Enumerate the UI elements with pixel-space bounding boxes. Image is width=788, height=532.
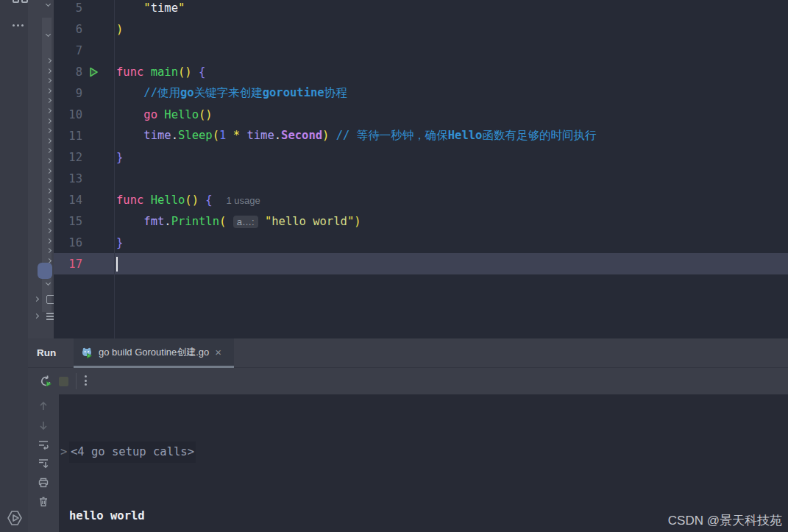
gopher-run-icon (81, 347, 93, 358)
scroll-to-end-icon[interactable] (38, 458, 49, 469)
line-number: 12 (54, 151, 82, 164)
run-tab[interactable]: go build Goroutine创建.go × (74, 338, 234, 368)
code-text: ) (116, 23, 788, 36)
goland-window: 5 "time"6)78func main() {9 //使用go关键字来创建g… (0, 0, 788, 532)
down-icon[interactable] (38, 419, 49, 431)
editor-line[interactable]: 6) (54, 18, 788, 40)
more-options-icon[interactable] (85, 375, 87, 386)
code-text (116, 257, 788, 272)
chevron-right-icon[interactable] (34, 297, 39, 302)
editor-rows: 5 "time"6)78func main() {9 //使用go关键字来创建g… (54, 0, 788, 274)
gutter-separator (114, 0, 115, 338)
console-fold-row[interactable]: > <4 go setup calls> (59, 441, 788, 463)
up-icon[interactable] (38, 400, 49, 412)
soft-wrap-icon[interactable] (38, 439, 49, 450)
rerun-icon[interactable] (39, 375, 54, 389)
close-icon[interactable]: × (215, 347, 221, 358)
clear-icon[interactable] (38, 496, 49, 508)
grid-icon[interactable] (13, 0, 28, 3)
line-number: 7 (54, 44, 82, 57)
watermark: CSDN @景天科技苑 (668, 512, 782, 529)
run-toolbar (28, 369, 788, 394)
code-text: go Hello() (116, 108, 788, 121)
text-caret (116, 257, 118, 272)
more-icon[interactable] (13, 24, 24, 26)
tree-item[interactable] (28, 311, 54, 322)
expand-icon[interactable]: > (60, 441, 69, 463)
line-number: 13 (54, 172, 82, 185)
console-icon-bar (28, 394, 59, 532)
stop-icon[interactable] (59, 377, 68, 386)
code-text: } (116, 236, 788, 249)
editor-line[interactable]: 7 (54, 40, 788, 61)
run-gutter-icon[interactable] (82, 67, 116, 77)
chevron-right-icon[interactable] (34, 313, 39, 319)
line-number: 16 (54, 236, 82, 249)
editor-line[interactable]: 17 (54, 253, 788, 274)
code-text: func Hello() { 1 usage (116, 194, 788, 207)
code-text: func main() { (116, 65, 788, 79)
line-number: 9 (54, 87, 82, 100)
run-window-icon[interactable] (6, 509, 24, 527)
editor-line[interactable]: 9 //使用go关键字来创建goroutine协程 (54, 82, 788, 104)
run-tool-window: Run go build Goroutine创建.go × (28, 338, 788, 532)
code-text: "time" (116, 1, 788, 15)
line-number: 11 (54, 130, 82, 143)
fold-chevron-icon (46, 1, 51, 7)
editor-line[interactable]: 13 (54, 168, 788, 189)
project-scrollbar-thumb[interactable] (38, 263, 52, 279)
code-text: //使用go关键字来创建goroutine协程 (116, 85, 788, 101)
editor-line[interactable]: 11 time.Sleep(1 * time.Second) // 等待一秒钟，… (54, 125, 788, 146)
activity-bar (0, 0, 28, 532)
folded-output[interactable]: <4 go setup calls> (69, 441, 196, 463)
run-tab-label: go build Goroutine创建.go (99, 346, 209, 359)
line-number: 8 (54, 65, 82, 79)
list-icon (46, 313, 54, 322)
line-number: 17 (54, 258, 82, 271)
console-output[interactable]: > <4 go setup calls> hello world Process… (59, 394, 788, 532)
project-panel-strip[interactable] (28, 0, 54, 338)
code-text: time.Sleep(1 * time.Second) // 等待一秒钟，确保H… (116, 128, 788, 143)
editor-line[interactable]: 5 "time" (54, 0, 788, 18)
line-number: 15 (54, 215, 82, 228)
code-text: fmt.Println( a…: "hello world") (116, 215, 788, 228)
line-number: 5 (54, 1, 82, 15)
print-icon[interactable] (38, 477, 49, 489)
toolbar-separator (76, 373, 77, 389)
editor-line[interactable]: 8func main() { (54, 61, 788, 82)
editor-line[interactable]: 10 go Hello() (54, 104, 788, 125)
line-number: 14 (54, 194, 82, 207)
line-number: 6 (54, 23, 82, 36)
editor-line[interactable]: 15 fmt.Println( a…: "hello world") (54, 210, 788, 232)
tree-item[interactable] (28, 294, 54, 305)
code-text: } (116, 151, 788, 164)
code-editor[interactable]: 5 "time"6)78func main() {9 //使用go关键字来创建g… (54, 0, 788, 338)
run-header: Run go build Goroutine创建.go × (28, 338, 788, 368)
editor-line[interactable]: 12} (54, 146, 788, 168)
editor-line[interactable]: 16} (54, 232, 788, 253)
folder-icon (46, 295, 54, 304)
run-panel-title: Run (37, 347, 56, 358)
editor-line[interactable]: 14func Hello() { 1 usage (54, 189, 788, 210)
line-number: 10 (54, 108, 82, 121)
